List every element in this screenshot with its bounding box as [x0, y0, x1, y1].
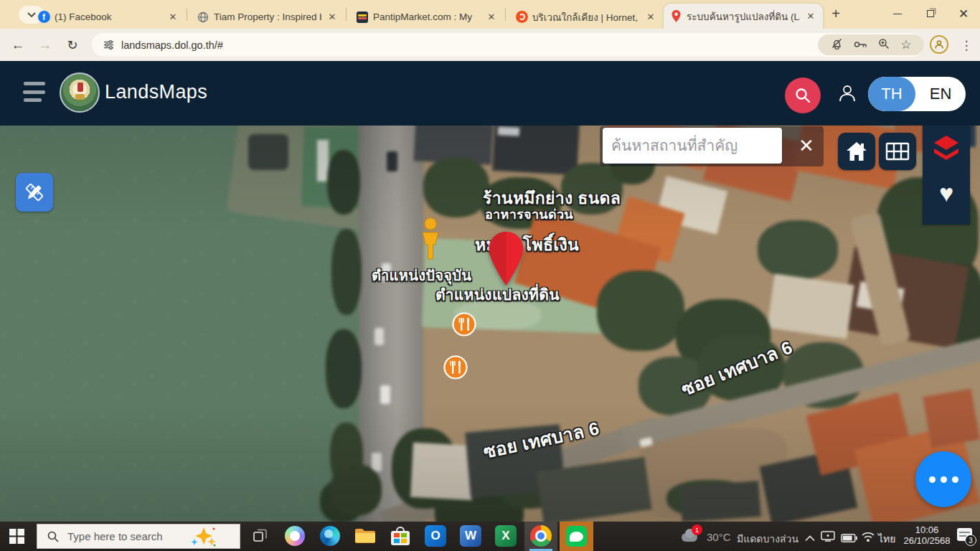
tab-title: ระบบค้นหารูปแปลงที่ดิน (Lands: [687, 9, 800, 24]
lang-th-button[interactable]: TH: [868, 77, 915, 111]
search-icon: [794, 87, 811, 104]
tab-title: (1) Facebook: [55, 11, 162, 22]
zoom-icon[interactable]: [878, 38, 890, 52]
tray-clock[interactable]: 10:06 26/10/2568: [898, 524, 956, 546]
notifications-blocked-icon[interactable]: [831, 37, 843, 52]
taskbar-search-input[interactable]: [66, 529, 188, 543]
dol-seal-logo: [60, 72, 100, 113]
reload-button[interactable]: ↻: [63, 36, 82, 55]
map-search-close-button[interactable]: ✕: [791, 133, 822, 159]
tray-language[interactable]: ไทย: [878, 531, 895, 547]
line-taskbar-tile[interactable]: [560, 522, 593, 551]
tab-title: บริเวณใกล้เคียง | Hornet, the C: [532, 9, 640, 25]
tab-close-button[interactable]: ✕: [804, 11, 817, 22]
map-more-options-fab[interactable]: [915, 451, 971, 507]
search-icon: [47, 531, 59, 542]
facebook-icon: f: [37, 11, 50, 24]
language-toggle[interactable]: TH EN: [868, 77, 966, 111]
windows-taskbar: O W X 1 30°C มีแดดบางส่วน ไทย 10:06: [0, 522, 980, 551]
chrome-taskbar-tile[interactable]: [524, 522, 557, 551]
cast-display-icon[interactable]: [821, 531, 835, 545]
screen: f (1) Facebook ✕ Tiam Property : Inspire…: [0, 0, 980, 551]
landsmaps-header: LandsMaps TH EN: [0, 61, 980, 126]
tab-close-button[interactable]: ✕: [644, 11, 657, 22]
start-button[interactable]: [9, 529, 24, 547]
tray-date: 26/10/2568: [898, 535, 956, 546]
map-label-restaurant1-sub: อาหารจานด่วน: [485, 204, 573, 225]
map-pin-icon: [669, 10, 682, 23]
browser-tab-bar: f (1) Facebook ✕ Tiam Property : Inspire…: [0, 0, 980, 29]
tray-expand-chevron[interactable]: [805, 532, 815, 545]
measure-tool-button[interactable]: [16, 173, 53, 212]
notification-count-badge: 3: [965, 534, 976, 546]
layers-button[interactable]: [932, 134, 961, 164]
tab-landsmaps-active[interactable]: ระบบค้นหารูปแปลงที่ดิน (Lands ✕: [664, 4, 823, 29]
browser-menu-icon[interactable]: ⋮: [957, 36, 976, 55]
copilot-app-icon[interactable]: [284, 525, 306, 547]
tab-tiam-property[interactable]: Tiam Property : Inspired by L ✕: [191, 5, 344, 29]
word-app-icon[interactable]: W: [460, 525, 481, 547]
windows-logo-icon: [9, 529, 24, 544]
battery-icon[interactable]: [841, 532, 857, 545]
tab-pantipmarket[interactable]: PantipMarket.com : My ✕: [350, 5, 504, 29]
edge-app-icon[interactable]: [319, 525, 341, 547]
tab-title: Tiam Property : Inspired by L: [214, 11, 321, 22]
restaurant-icon[interactable]: [443, 355, 468, 382]
back-button[interactable]: ←: [9, 36, 27, 55]
weather-icon[interactable]: 1: [680, 527, 702, 545]
grid-icon: [885, 142, 910, 161]
task-view-icon: [253, 529, 268, 543]
maximize-button[interactable]: [918, 0, 943, 27]
user-icon: [837, 83, 857, 103]
hornet-icon: [515, 11, 528, 24]
tab-divider: [187, 8, 187, 21]
restaurant-icon[interactable]: [452, 312, 476, 339]
tab-close-button[interactable]: ✕: [166, 11, 179, 22]
map-search-input[interactable]: [603, 128, 782, 164]
wifi-icon[interactable]: [861, 531, 875, 545]
microsoft-store-app-icon[interactable]: [390, 525, 411, 547]
password-key-icon[interactable]: [854, 39, 867, 52]
globe-icon: [197, 11, 209, 24]
tab-facebook[interactable]: f (1) Facebook ✕: [32, 5, 185, 29]
bookmark-star-icon[interactable]: ☆: [900, 39, 911, 51]
forward-button[interactable]: →: [36, 36, 55, 55]
parcel-pin-marker[interactable]: [486, 230, 527, 290]
tray-time: 10:06: [898, 524, 956, 535]
weather-desc[interactable]: มีแดดบางส่วน: [737, 531, 798, 547]
new-tab-button[interactable]: +: [825, 0, 847, 27]
tab-close-button[interactable]: ✕: [326, 11, 339, 22]
outlook-app-icon[interactable]: O: [425, 525, 446, 547]
pegman-current-location-icon: [419, 217, 442, 265]
home-button[interactable]: [838, 133, 875, 170]
file-explorer-app-icon[interactable]: [354, 525, 376, 547]
taskbar-search-box[interactable]: [37, 524, 240, 549]
grid-button[interactable]: [879, 133, 916, 170]
chrome-icon: [530, 525, 552, 547]
line-icon: [566, 526, 587, 547]
excel-app-icon[interactable]: X: [495, 525, 517, 547]
ruler-pencil-icon: [22, 180, 47, 204]
browser-address-bar: ← → ↻ landsmaps.dol.go.th/# ☆ ⋮: [0, 29, 980, 61]
map-side-panel: ♥: [923, 126, 970, 225]
tab-divider: [346, 8, 347, 21]
map-search-box[interactable]: [603, 128, 782, 164]
omnibox[interactable]: landsmaps.dol.go.th/#: [92, 33, 924, 57]
satellite-map[interactable]: ร้านหมึกย่าง ธนดล อาหารจานด่วน หมูจุ่ม โ…: [0, 126, 980, 522]
layers-icon: [932, 134, 961, 161]
close-window-button[interactable]: ✕: [951, 0, 976, 27]
site-info-icon[interactable]: [103, 39, 114, 50]
minimize-button[interactable]: [885, 0, 910, 27]
task-view-button[interactable]: [250, 525, 271, 547]
lang-en-button[interactable]: EN: [915, 77, 966, 111]
favorites-heart-button[interactable]: ♥: [923, 171, 970, 215]
weather-temp[interactable]: 30°C: [707, 531, 731, 543]
user-account-button[interactable]: [837, 83, 857, 106]
tab-title: PantipMarket.com : My: [373, 11, 481, 22]
tab-hornet[interactable]: บริเวณใกล้เคียง | Hornet, the C ✕: [509, 5, 663, 29]
header-search-button[interactable]: [785, 77, 821, 113]
folder-icon: [354, 527, 376, 545]
profile-avatar[interactable]: [930, 35, 948, 54]
url-text[interactable]: landsmaps.dol.go.th/#: [121, 39, 223, 51]
tab-close-button[interactable]: ✕: [485, 11, 498, 22]
